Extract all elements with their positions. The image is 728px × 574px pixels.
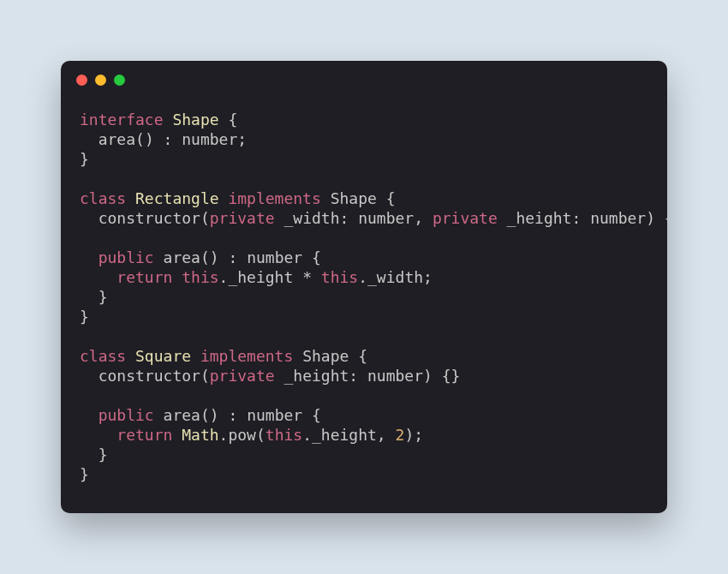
punct: {} <box>665 209 667 227</box>
punct: , <box>414 209 423 227</box>
punct: . <box>302 426 312 444</box>
punct: ; <box>237 130 247 148</box>
keyword-private: private <box>210 209 275 227</box>
punct: { <box>228 111 237 129</box>
keyword-class: class <box>80 189 126 207</box>
punct: : <box>164 130 173 148</box>
punct: . <box>358 268 367 286</box>
prop-height: _height <box>312 426 377 444</box>
punct: : <box>339 209 349 227</box>
maximize-icon[interactable] <box>114 75 125 86</box>
method-constructor: constructor <box>98 209 200 227</box>
punct: : <box>571 209 581 227</box>
type-square: Square <box>135 347 191 365</box>
punct: ) <box>210 248 219 266</box>
punct: ) <box>646 209 655 227</box>
punct: ( <box>256 426 266 444</box>
keyword-implements: implements <box>200 347 293 365</box>
keyword-class: class <box>80 347 126 365</box>
punct: ) <box>145 130 154 148</box>
keyword-public: public <box>98 406 154 424</box>
keyword-interface: interface <box>80 111 164 129</box>
punct: ) <box>423 367 433 385</box>
punct: {} <box>442 367 461 385</box>
punct: ; <box>414 426 423 444</box>
type-number: number <box>367 367 423 385</box>
punct: ; <box>423 268 433 286</box>
method-area: area <box>98 130 135 148</box>
method-pow: pow <box>228 426 256 444</box>
prop-width: _width <box>367 268 423 286</box>
param-width: _width <box>283 209 339 227</box>
punct: , <box>377 426 386 444</box>
punct: { <box>386 189 396 207</box>
punct: ( <box>135 130 145 148</box>
keyword-this: this <box>266 426 302 444</box>
type-number: number <box>590 209 646 227</box>
code-block: interface Shape { area() : number; } cla… <box>61 86 667 514</box>
type-shape-ref: Shape <box>302 347 349 365</box>
type-math: Math <box>182 426 218 444</box>
method-constructor: constructor <box>98 367 200 385</box>
keyword-private: private <box>210 367 275 385</box>
punct: } <box>80 308 89 326</box>
param-height: _height <box>507 209 572 227</box>
punct: ( <box>200 209 210 227</box>
punct: { <box>312 248 321 266</box>
keyword-return: return <box>116 268 172 286</box>
punct: { <box>358 347 367 365</box>
number-literal: 2 <box>396 426 405 444</box>
type-number: number <box>182 130 237 148</box>
keyword-private: private <box>433 209 498 227</box>
punct: } <box>98 288 108 306</box>
method-area: area <box>164 406 200 424</box>
keyword-this: this <box>321 268 358 286</box>
punct: } <box>80 150 89 168</box>
punct: } <box>98 445 108 463</box>
type-shape: Shape <box>172 111 218 129</box>
prop-height: _height <box>228 268 293 286</box>
punct: ) <box>210 406 219 424</box>
punct: ( <box>200 367 210 385</box>
window-titlebar <box>61 61 667 86</box>
punct: : <box>349 367 358 385</box>
type-number: number <box>247 406 302 424</box>
param-height: _height <box>283 367 349 385</box>
punct: ) <box>404 426 414 444</box>
operator-star: * <box>302 268 312 286</box>
close-icon[interactable] <box>76 75 87 86</box>
keyword-public: public <box>98 248 154 266</box>
keyword-return: return <box>116 426 172 444</box>
punct: : <box>228 248 237 266</box>
punct: ( <box>200 248 210 266</box>
punct: ( <box>200 406 210 424</box>
type-rectangle: Rectangle <box>135 189 219 207</box>
minimize-icon[interactable] <box>95 75 106 86</box>
keyword-implements: implements <box>228 189 320 207</box>
punct: } <box>80 465 89 483</box>
type-shape-ref: Shape <box>331 189 377 207</box>
punct: . <box>219 268 229 286</box>
keyword-this: this <box>182 268 218 286</box>
type-number: number <box>358 209 414 227</box>
punct: { <box>312 406 321 424</box>
code-window: interface Shape { area() : number; } cla… <box>61 61 667 514</box>
method-area: area <box>164 248 200 266</box>
punct: . <box>219 426 229 444</box>
punct: : <box>228 406 237 424</box>
type-number: number <box>247 248 302 266</box>
